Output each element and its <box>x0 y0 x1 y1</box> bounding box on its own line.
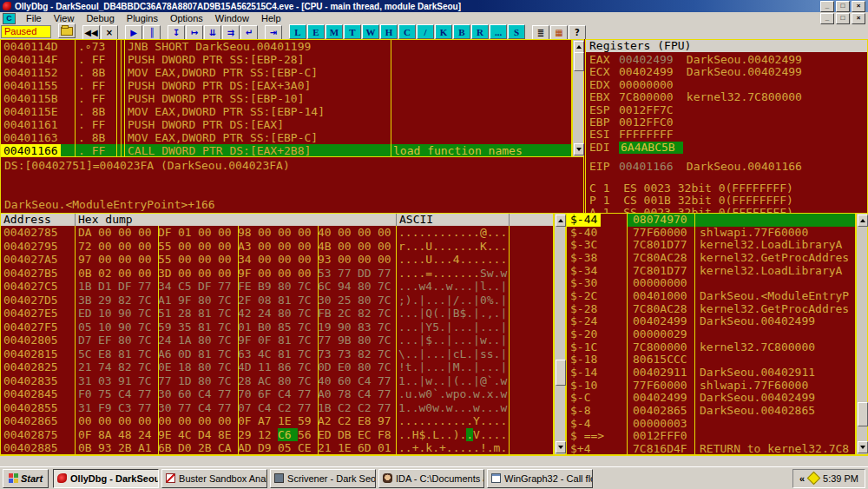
dump-row[interactable]: 004027A597000000550000003400000093000000… <box>1 253 553 267</box>
step-into-button[interactable]: ↧ <box>168 25 185 40</box>
menu-window[interactable]: Window <box>209 13 255 23</box>
pause-button[interactable]: ║ <box>143 25 161 40</box>
register-row[interactable]: EBP0012FFC0 <box>586 116 867 129</box>
dump-row[interactable]: 004028750F8A48249E4CD48E2912C656EDDBECF8… <box>1 428 553 442</box>
stack-row[interactable]: $-C00402499DarkSeou.00402499 <box>567 392 855 405</box>
dump-row[interactable]: 0040285531F9C3773077C47707C4C2771BC2C277… <box>1 401 553 415</box>
child-restore-button[interactable]: □ <box>836 13 850 24</box>
taskbar-task-wingraph[interactable]: WinGraph32 - Call flow o... <box>487 469 593 488</box>
close-program-button[interactable]: × <box>101 25 118 40</box>
scroll-down-icon[interactable] <box>574 143 584 155</box>
scrollbar-thumb[interactable] <box>574 52 584 71</box>
help-button[interactable]: ? <box>569 25 586 40</box>
disasm-row[interactable]: 00401166. FFCALL DWORD PTR DS:[EAX+2B8]l… <box>1 144 571 157</box>
memory-map-button[interactable]: M <box>326 24 343 39</box>
goto-address-button[interactable]: ⇥ <box>265 25 282 40</box>
dump-row[interactable]: 00402785DA000000DF0100009800000040000000… <box>1 226 553 240</box>
open-file-button[interactable] <box>58 23 76 38</box>
windows-button[interactable]: W <box>362 24 379 39</box>
dump-scrollbar[interactable] <box>554 213 566 455</box>
dump-row[interactable]: 004027957200000055000000A30000004B000000… <box>1 240 553 254</box>
disasm-row[interactable]: 00401152. 8BMOV EAX,DWORD PTR SS:[EBP-C] <box>1 66 571 79</box>
patches-button[interactable]: / <box>417 24 434 39</box>
scroll-up-icon[interactable] <box>556 215 566 227</box>
start-button[interactable]: Start <box>3 469 49 488</box>
child-close-button[interactable]: × <box>852 13 865 24</box>
stack-pane[interactable]: $-4408074970$-4077F60000shlwapi.77F60000… <box>566 213 856 455</box>
windows-list-button[interactable]: ≣ <box>532 25 549 40</box>
stack-row[interactable]: $-287C80AC28kernel32.GetProcAddres <box>567 303 855 316</box>
dump-row[interactable]: 00402845F075C4773060C477706FC477A078C477… <box>1 387 553 401</box>
dump-row[interactable]: 00402805D7EF807C241A807C9F0F817C779B807C… <box>1 334 553 347</box>
step-over-button[interactable]: ↦ <box>186 25 203 40</box>
stack-scrollbar[interactable] <box>856 213 868 455</box>
register-row[interactable]: EAX00402499 DarkSeou.00402499 <box>586 54 867 66</box>
scrollbar-thumb[interactable] <box>858 402 868 426</box>
cpu-window-icon[interactable]: C <box>3 13 16 24</box>
breakpoints-button[interactable]: B <box>453 24 470 39</box>
dump-row[interactable]: 0040286500000000000000000FA71E59A2C2E897… <box>1 414 553 428</box>
register-row[interactable]: ESIFFFFFFFF <box>586 129 867 141</box>
references-button[interactable]: R <box>471 24 489 39</box>
menu-options[interactable]: Options <box>164 13 209 23</box>
stack-row[interactable]: $-1880615CCC <box>567 354 855 367</box>
register-row[interactable]: EDX00000000 <box>586 79 867 91</box>
stack-row[interactable]: $-2C00401000DarkSeou.<ModuleEntryP <box>567 290 855 303</box>
dump-pane[interactable]: Address Hex dump ASCII 00402785DA000000D… <box>0 213 554 455</box>
dump-row[interactable]: 004028252174827C0E18807C4D11867C0DE0807C… <box>1 360 553 374</box>
stack-row[interactable]: $-1077F60000shlwapi.77F60000 <box>567 380 855 393</box>
disasm-row[interactable]: 00401155. FFPUSH DWORD PTR DS:[EAX+3A0] <box>1 79 571 92</box>
tray-app-icon[interactable] <box>807 472 821 486</box>
child-minimize-button[interactable]: _ <box>820 13 834 24</box>
dump-row[interactable]: 004027C51BD1DF7734C5DF77FEB9807C6C94807C… <box>1 280 553 294</box>
stack-row[interactable]: $-1400402911DarkSeou.00402911 <box>567 367 855 380</box>
threads-button[interactable]: T <box>344 24 361 39</box>
stack-row[interactable]: $-2400402499DarkSeou.00402499 <box>567 315 855 328</box>
menu-plugins[interactable]: Plugins <box>121 13 164 23</box>
restore-button[interactable]: □ <box>836 1 850 12</box>
executables-button[interactable]: E <box>307 24 325 39</box>
disasm-row[interactable]: 00401161. FFPUSH DWORD PTR DS:[EAX] <box>1 118 571 131</box>
source-button[interactable]: S <box>508 24 525 39</box>
stack-row[interactable]: $+47C816D4FRETURN to kernel32.7C8 <box>567 443 855 455</box>
taskbar-task-ida[interactable]: IDA - C:\Documents and ... <box>378 469 484 488</box>
dump-row[interactable]: 004027D53B29827CA19F807C2F08817C3025807C… <box>1 294 553 307</box>
restart-button[interactable]: ◀◀ <box>82 25 100 40</box>
log-window-button[interactable]: L <box>289 24 306 39</box>
flag-row[interactable]: P 1 CS 001B 32bit 0(FFFFFFFF) <box>586 195 867 207</box>
menu-help[interactable]: Help <box>255 13 287 23</box>
stack-row[interactable]: $-4077F60000shlwapi.77F60000 <box>567 227 855 240</box>
disasm-row[interactable]: 0040114D.∘73JNB SHORT DarkSeou.00401199 <box>1 40 571 53</box>
scroll-down-icon[interactable] <box>556 441 566 453</box>
disasm-row[interactable]: 0040114F. FFPUSH DWORD PTR SS:[EBP-28] <box>1 53 571 66</box>
scroll-down-icon[interactable] <box>858 441 868 453</box>
stack-row[interactable]: $-2000000029 <box>567 328 855 341</box>
stack-row[interactable]: $-400000003 <box>567 418 855 431</box>
taskbar-task-buster[interactable]: Buster Sandbox Analyzer <box>161 469 267 488</box>
scroll-up-icon[interactable] <box>858 215 868 227</box>
disasm-row[interactable]: 00401163. 8BMOV EAX,DWORD PTR SS:[EBP-C] <box>1 131 571 144</box>
call-stack-button[interactable]: K <box>435 24 452 39</box>
scrollbar-thumb[interactable] <box>556 360 566 386</box>
execute-till-return-button[interactable]: ↵ <box>240 25 258 40</box>
dump-row[interactable]: 004027E5ED10907C5128817C4224807CFB2C827C… <box>1 307 553 320</box>
register-row[interactable]: ECX00402499 DarkSeou.00402499 <box>586 66 867 78</box>
stack-row[interactable]: $-347C801D77kernel32.LoadLibraryA <box>567 265 855 278</box>
taskbar-task-ollydbg[interactable]: OllyDbg - DarkSeoul_... <box>53 469 159 488</box>
stack-row[interactable]: $-3000000000 <box>567 277 855 290</box>
dump-row[interactable]: 004028155CE8817CA60D817C634C817C7373827C… <box>1 347 553 361</box>
dump-row[interactable]: 004027F50510907C5935817C01B0857C1990837C… <box>1 320 553 334</box>
stack-row[interactable]: $-3C7C801D77kernel32.LoadLibraryA <box>567 239 855 252</box>
animate-over-button[interactable]: ⇉ <box>222 25 240 40</box>
dump-row[interactable]: 004028850B932BA16BD02BCAADD905CE211E6D01… <box>1 441 553 455</box>
stack-row[interactable]: $ ==>0012FFF0 <box>567 430 855 443</box>
register-row[interactable]: EBX7C800000 kernel32.7C800000 <box>586 91 867 103</box>
close-button[interactable]: × <box>852 1 865 12</box>
menu-view[interactable]: View <box>48 13 81 23</box>
disasm-row[interactable]: 0040115E. 8BMOV EAX,DWORD PTR SS:[EBP-14… <box>1 105 571 118</box>
animate-into-button[interactable]: ⇊ <box>204 25 221 40</box>
minimize-button[interactable]: _ <box>820 1 834 12</box>
scroll-up-icon[interactable] <box>574 41 584 53</box>
dump-row[interactable]: 004028353103917C771D807C28AC807C4060C477… <box>1 374 553 388</box>
register-row[interactable]: ESP0012FF7C <box>586 104 867 116</box>
